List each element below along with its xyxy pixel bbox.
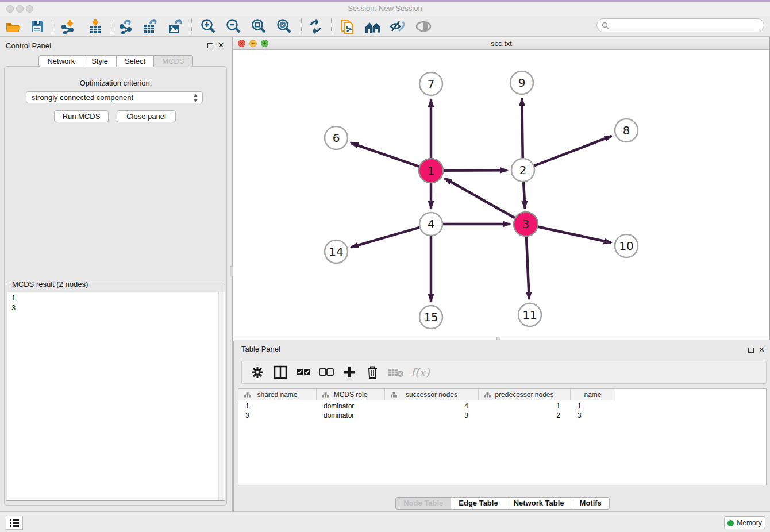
minimize-network-button[interactable]: −	[249, 40, 257, 47]
network-canvas[interactable]: 7968124314101511	[233, 50, 769, 340]
cell-name[interactable]: 1	[571, 402, 615, 411]
import-table-icon[interactable]	[87, 18, 104, 35]
cell-name[interactable]: 3	[571, 411, 615, 420]
main-toolbar	[0, 16, 770, 37]
cell-successor-nodes[interactable]: 3	[385, 411, 479, 420]
column-header-name[interactable]: name	[571, 389, 615, 400]
toolbar-separator	[301, 18, 302, 34]
delete-row-icon[interactable]	[365, 365, 380, 380]
edge-2-8[interactable]	[534, 136, 612, 166]
column-manager-icon[interactable]	[273, 365, 288, 380]
edge-3-1[interactable]	[445, 178, 515, 218]
network-graph[interactable]: 7968124314101511	[233, 50, 769, 340]
cell-shared-name[interactable]: 3	[238, 411, 317, 420]
tab-style[interactable]: Style	[83, 55, 117, 67]
edge-4-14[interactable]	[351, 228, 419, 248]
control-panel-tabs: NetworkStyleSelectMCDS	[0, 55, 232, 67]
close-network-button[interactable]: ×	[238, 40, 245, 47]
cell-MCDS-role[interactable]: dominator	[317, 402, 385, 411]
tab-select[interactable]: Select	[117, 55, 154, 67]
close-window-button[interactable]	[6, 5, 14, 13]
export-network-icon[interactable]	[117, 18, 134, 35]
tab-edge-table[interactable]: Edge Table	[451, 497, 506, 510]
column-label: successor nodes	[406, 391, 457, 399]
tab-mcds[interactable]: MCDS	[154, 55, 192, 67]
zoom-selected-icon[interactable]	[275, 18, 292, 35]
clone-network-icon[interactable]	[339, 18, 356, 35]
edge-2-9[interactable]	[522, 98, 522, 158]
table-row[interactable]: 1dominator411	[238, 402, 615, 411]
edge-2-3[interactable]	[523, 182, 525, 209]
table-toolbar: f(x)	[241, 361, 767, 384]
cell-predecessor-nodes[interactable]: 1	[479, 402, 571, 411]
save-session-icon[interactable]	[29, 18, 46, 35]
mcds-result-title: MCDS result (2 nodes)	[10, 280, 90, 288]
delete-table-icon	[388, 365, 403, 380]
tab-network-table[interactable]: Network Table	[506, 497, 572, 510]
cell-MCDS-role[interactable]: dominator	[317, 411, 385, 420]
table-panel: Table Panel ✕ f(x) shared nameMCDS roles…	[233, 341, 770, 511]
toolbar-separator	[53, 18, 53, 34]
apply-function-icon: f(x)	[411, 366, 430, 379]
search-input[interactable]	[611, 21, 755, 29]
cell-predecessor-nodes[interactable]: 2	[479, 411, 571, 420]
node-label-11: 11	[522, 308, 537, 322]
zoom-in-icon[interactable]	[199, 18, 217, 35]
float-panel-icon[interactable]	[207, 43, 213, 48]
column-sort-icon	[244, 392, 251, 398]
edge-1-6[interactable]	[351, 143, 420, 167]
network-splitter-handle[interactable]	[496, 337, 500, 340]
export-image-icon[interactable]	[167, 18, 184, 35]
open-session-icon[interactable]	[5, 18, 22, 35]
float-table-panel-icon[interactable]	[748, 348, 754, 353]
close-table-panel-icon[interactable]: ✕	[759, 345, 765, 354]
chevron-updown-icon	[193, 94, 198, 102]
column-header-shared-name[interactable]: shared name	[238, 389, 317, 400]
search-box[interactable]	[596, 18, 764, 32]
column-sort-icon	[391, 392, 397, 398]
column-header-MCDS-role[interactable]: MCDS role	[317, 389, 385, 400]
zoom-out-icon[interactable]	[225, 18, 242, 35]
criterion-dropdown[interactable]: strongly connected component	[26, 91, 203, 103]
cell-successor-nodes[interactable]: 4	[385, 402, 479, 411]
edge-3-11[interactable]	[526, 236, 529, 299]
zoom-network-button[interactable]: +	[261, 40, 268, 47]
tab-network[interactable]: Network	[38, 55, 83, 67]
edge-3-10[interactable]	[538, 226, 611, 242]
mcds-result-scrollbar[interactable]	[218, 292, 224, 500]
cell-shared-name[interactable]: 1	[238, 402, 317, 411]
node-label-3: 3	[522, 217, 530, 231]
tab-motifs[interactable]: Motifs	[572, 497, 610, 510]
edge-1-2[interactable]	[443, 170, 507, 171]
close-panel-button[interactable]: Close panel	[117, 110, 176, 122]
open-browser-icon[interactable]	[364, 18, 382, 35]
zoom-fit-icon[interactable]	[250, 18, 267, 35]
deselect-all-icon[interactable]	[319, 365, 334, 380]
table-options-icon[interactable]	[250, 365, 265, 380]
refresh-layout-icon[interactable]	[307, 18, 324, 35]
column-label: predecessor nodes	[495, 391, 553, 399]
node-label-15: 15	[424, 310, 438, 324]
table-row[interactable]: 3dominator323	[238, 411, 615, 420]
select-all-icon[interactable]	[296, 365, 311, 380]
export-table-icon[interactable]	[141, 18, 159, 35]
mcds-result-text[interactable]: 1 3	[7, 292, 225, 500]
show-graphics-details-icon[interactable]	[415, 18, 432, 35]
optimization-criterion-label: Optimization criterion:	[0, 79, 232, 87]
column-header-successor-nodes[interactable]: successor nodes	[385, 389, 479, 400]
network-window-titlebar: × − + scc.txt	[233, 37, 769, 50]
node-table[interactable]: shared nameMCDS rolesuccessor nodesprede…	[238, 388, 767, 485]
tab-node-table[interactable]: Node Table	[395, 497, 451, 510]
add-row-icon[interactable]	[342, 365, 357, 380]
run-mcds-button[interactable]: Run MCDS	[54, 110, 109, 122]
toolbar-separator	[111, 18, 111, 34]
zoom-window-button[interactable]	[26, 5, 33, 13]
column-header-predecessor-nodes[interactable]: predecessor nodes	[479, 389, 571, 400]
close-panel-icon[interactable]: ✕	[218, 41, 224, 49]
memory-button[interactable]: Memory	[724, 516, 765, 529]
minimize-window-button[interactable]	[16, 5, 24, 13]
task-history-button[interactable]	[6, 516, 23, 530]
toolbar-separator	[331, 18, 332, 34]
import-network-icon[interactable]	[59, 18, 76, 35]
hide-annotations-icon[interactable]	[389, 18, 406, 35]
